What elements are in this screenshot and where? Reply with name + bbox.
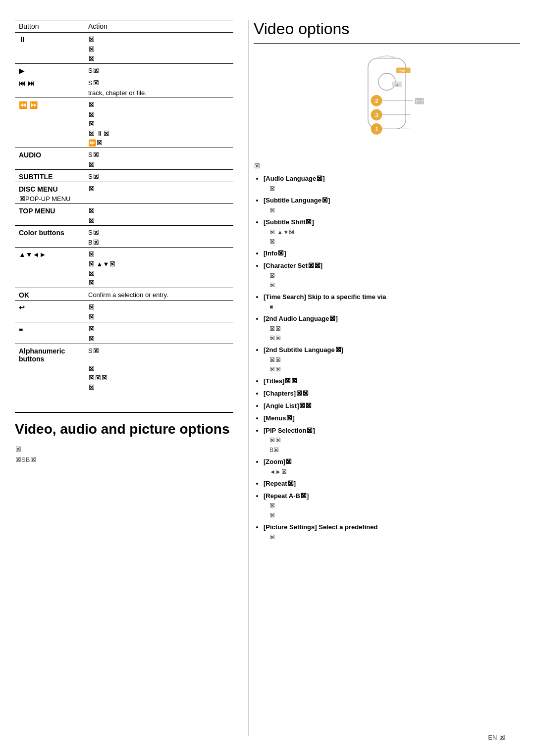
option-label: [Chapters]🗷🗷 [264,390,309,397]
table-row-action: 🗷 [84,119,233,129]
option-sub: ◄►🗷 [264,467,520,477]
col-button-header: Button [15,20,84,33]
list-item: [Subtitle Shift🗷]🗷 ▲▼🗷🗷 [264,217,520,247]
list-item: [2nd Subtitle Language🗷]🗷🗷🗷🗷 [264,345,520,374]
option-label: [Character Set🗷🗷] [264,262,322,269]
table-row-button [15,216,84,226]
svg-text:2: 2 [375,98,378,104]
table-row-action: 🗷 [84,54,233,64]
table-row-button [15,129,84,138]
option-sub: B🗷 [264,446,520,455]
option-label: [Picture Settings] Select a predefined [264,523,377,531]
col-action-header: Action [84,20,233,33]
table-row-button: Color buttons [15,226,84,238]
table-row-button [15,383,84,392]
table-row-action: S🗷 [84,148,233,160]
list-item: [Menus🗷] [264,413,520,424]
table-row-button: ⏸ [15,33,84,45]
table-row-button [15,54,84,64]
option-label: [Zoom]🗷 [264,458,292,465]
option-sub: 🗷 [264,184,520,194]
table-row-button: Alphanumeric buttons [15,344,84,364]
table-row-button [15,334,84,344]
video-options-title: Video options [254,20,520,44]
list-item: [PIP Selection🗷]🗷🗷B🗷 [264,426,520,455]
option-sub: 🗷🗷 [264,365,520,374]
table-row-action: 🗷 [84,160,233,170]
list-item: [Info🗷] [264,249,520,259]
svg-point-1 [378,73,395,90]
table-row-action: S🗷 [84,344,233,364]
table-row-action: 🗷 [84,383,233,392]
table-row-action: 🗷 [84,364,233,373]
option-label: [Menus🗷] [264,414,295,422]
table-row-button: TOP MENU [15,204,84,216]
table-row-action: B🗷 [84,238,233,248]
table-row-action: Confirm a selection or entry. [84,288,233,301]
option-label: [Audio Language🗷] [264,175,325,182]
table-row-action: 🗷 [84,269,233,278]
section-intro-1: 🗷 [15,446,233,453]
table-row-button: ▲▼◄► [15,248,84,260]
table-row-button: ≡ [15,322,84,335]
option-sub: 🗷 ▲▼🗷 [264,228,520,237]
option-sub: 🗷 [264,501,520,510]
option-label: [PIP Selection🗷] [264,427,315,434]
en-footer: EN 🗷 [488,734,505,741]
option-label: [Subtitle Shift🗷] [264,218,314,226]
svg-text:TOP: TOP [399,70,405,73]
table-row-action: 🗷 [84,248,233,260]
svg-text:1: 1 [375,126,378,132]
section-intro-2: 🗷SB🗷 [15,456,233,463]
list-item: [Repeat🗷] [264,479,520,489]
table-row-button: ⏮ ⏭ [15,76,84,89]
table-row-action: 🗷 [84,45,233,54]
table-row-action: 🗷 [84,33,233,45]
table-row-action: 🗷 [84,204,233,216]
list-item: [2nd Audio Language🗷]🗷🗷🗷🗷 [264,314,520,343]
section-heading: Video, audio and picture options [15,412,233,438]
option-sub: 🗷🗷 [264,334,520,343]
table-row-action: 🗷 [84,322,233,335]
table-row-button [15,119,84,129]
list-item: [Subtitle Language🗷]🗷 [264,196,520,215]
table-row-action: track, chapter or file. [84,88,233,98]
table-row-action: 🗷 [84,334,233,344]
option-label: [Titles]🗷🗷 [264,377,297,385]
list-item: [Audio Language🗷]🗷 [264,174,520,194]
table-row-button [15,259,84,269]
list-item: [Time Search] Skip to a specific time vi… [264,292,520,312]
table-row-button: OK [15,288,84,301]
table-row-button [15,373,84,383]
table-row-action: 🗷 [84,110,233,119]
table-row-button [15,312,84,322]
right-intro: 🗷 [254,162,520,170]
table-row-action: S🗷 [84,64,233,76]
left-column: Button Action ⏸🗷🗷🗷▶S🗷⏮ ⏭S🗷track, chapter… [15,20,248,736]
option-label: [Time Search] Skip to a specific time vi… [264,293,386,301]
option-label: [Repeat A-B🗷] [264,492,309,500]
option-sub: 🗷 [264,271,520,281]
list-item: [Repeat A-B🗷]🗷🗷 [264,491,520,520]
list-item: [Character Set🗷🗷]🗷🗷 [264,261,520,290]
table-row-action: 🗷 [84,216,233,226]
option-sub: 🗷 [264,206,520,215]
table-row-button: DISC MENU [15,182,84,195]
option-label: [Info🗷] [264,250,286,257]
options-list: [Audio Language🗷]🗷[Subtitle Language🗷]🗷[… [254,174,520,542]
table-row-action: 🗷 ▲▼🗷 [84,259,233,269]
option-label: [2nd Audio Language🗷] [264,315,338,322]
table-row-action: S🗷 [84,76,233,89]
table-row-button [15,238,84,248]
remote-svg: TOP MENU OK 2 3 1 [337,53,436,152]
table-row-action: 🗷 [84,301,233,313]
svg-text:OK: OK [395,83,399,86]
table-row-action: 🗷🗷🗷 [84,373,233,383]
list-item: [Chapters]🗷🗷 [264,389,520,399]
svg-text:MENU: MENU [398,74,406,76]
table-row-button: ▶ [15,64,84,76]
table-row-button [15,364,84,373]
table-row-action: 🗷 [84,182,233,195]
table-row-button [15,88,84,98]
table-row-action: 🗷 [84,312,233,322]
